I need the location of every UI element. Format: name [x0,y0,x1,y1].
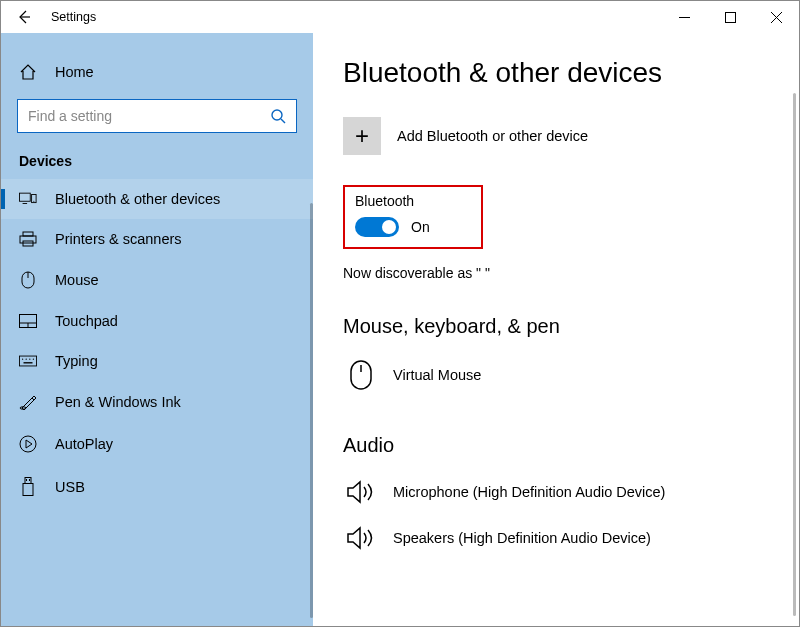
home-icon [19,63,37,81]
page-title: Bluetooth & other devices [343,57,771,89]
window-title: Settings [47,10,96,24]
svg-point-20 [22,359,23,360]
sidebar-item-label: Mouse [55,272,99,288]
svg-point-5 [272,110,282,120]
touchpad-icon [19,314,37,328]
add-device-button[interactable]: + Add Bluetooth or other device [343,117,771,155]
sidebar-item-printers[interactable]: Printers & scanners [1,219,313,259]
sidebar-home-label: Home [55,64,94,80]
speaker-icon [343,525,379,551]
svg-rect-28 [23,484,33,496]
svg-point-25 [20,407,26,409]
sidebar-item-label: Printers & scanners [55,231,182,247]
add-device-label: Add Bluetooth or other device [397,128,588,144]
speaker-icon [343,479,379,505]
back-button[interactable] [1,1,47,33]
usb-icon [19,477,37,497]
close-button[interactable] [753,1,799,33]
sidebar-item-label: Touchpad [55,313,118,329]
minimize-button[interactable] [661,1,707,33]
plus-icon: + [343,117,381,155]
sidebar-item-usb[interactable]: USB [1,465,313,509]
svg-point-23 [33,359,34,360]
autoplay-icon [19,435,37,453]
svg-rect-2 [725,12,735,22]
mouse-device-icon [343,360,379,390]
device-label: Speakers (High Definition Audio Device) [393,530,651,546]
svg-point-21 [26,359,27,360]
main-content: Bluetooth & other devices + Add Bluetoot… [313,33,799,626]
keyboard-icon [19,355,37,367]
svg-rect-19 [19,356,36,366]
search-input[interactable] [28,108,270,124]
sidebar-section-label: Devices [1,149,313,179]
sidebar-item-bluetooth[interactable]: Bluetooth & other devices [1,179,313,219]
bluetooth-toggle-state: On [411,219,430,235]
bluetooth-toggle[interactable] [355,217,399,237]
sidebar-item-label: AutoPlay [55,436,113,452]
bluetooth-highlight-box: Bluetooth On [343,185,483,249]
discoverable-text: Now discoverable as " " [343,265,771,281]
sidebar-item-pen[interactable]: Pen & Windows Ink [1,381,313,423]
svg-point-22 [29,359,30,360]
section-heading-audio: Audio [343,434,771,457]
svg-rect-11 [23,232,33,236]
svg-point-10 [33,201,34,202]
sidebar-item-autoplay[interactable]: AutoPlay [1,423,313,465]
maximize-button[interactable] [707,1,753,33]
pen-icon [19,393,37,411]
printer-icon [19,231,37,247]
section-heading-mouse: Mouse, keyboard, & pen [343,315,771,338]
titlebar: Settings [1,1,799,33]
sidebar-item-touchpad[interactable]: Touchpad [1,301,313,341]
sidebar: Home Devices Bluetooth & other devices [1,33,313,626]
main-scrollbar[interactable] [793,93,796,616]
svg-line-6 [281,119,285,123]
device-item-microphone[interactable]: Microphone (High Definition Audio Device… [343,469,771,515]
sidebar-item-mouse[interactable]: Mouse [1,259,313,301]
svg-rect-27 [25,478,31,484]
sidebar-item-label: Bluetooth & other devices [55,191,220,207]
device-label: Microphone (High Definition Audio Device… [393,484,665,500]
svg-point-26 [20,436,36,452]
sidebar-home[interactable]: Home [1,53,313,91]
svg-rect-12 [20,236,36,243]
svg-rect-7 [19,193,30,201]
search-icon [270,108,286,124]
search-input-container[interactable] [17,99,297,133]
sidebar-item-label: Typing [55,353,98,369]
device-label: Virtual Mouse [393,367,481,383]
sidebar-item-typing[interactable]: Typing [1,341,313,381]
mouse-icon [19,271,37,289]
sidebar-item-label: Pen & Windows Ink [55,394,181,410]
bluetooth-label: Bluetooth [355,193,469,209]
device-item-mouse[interactable]: Virtual Mouse [343,350,771,400]
sidebar-item-label: USB [55,479,85,495]
devices-icon [19,191,37,207]
device-item-speakers[interactable]: Speakers (High Definition Audio Device) [343,515,771,561]
